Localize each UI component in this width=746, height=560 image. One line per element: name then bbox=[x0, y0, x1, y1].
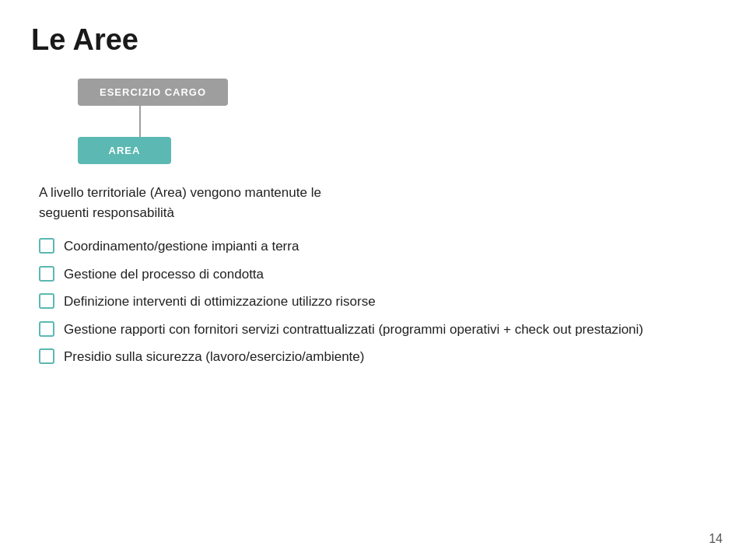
list-item: Definizione interventi di ottimizzazione… bbox=[39, 292, 715, 312]
bullet-text: Presidio sulla sicurezza (lavoro/eserciz… bbox=[64, 347, 364, 367]
list-item: Gestione rapporti con fornitori servizi … bbox=[39, 320, 715, 340]
bullet-text: Gestione rapporti con fornitori servizi … bbox=[64, 320, 643, 340]
content-section: A livello territoriale (Area) vengono ma… bbox=[31, 183, 715, 367]
bullet-icon bbox=[39, 293, 54, 309]
list-item: Gestione del processo di condotta bbox=[39, 264, 715, 285]
connector-line-top bbox=[139, 106, 141, 137]
bullet-list: Coordinamento/gestione impianti a terra … bbox=[39, 236, 715, 367]
bullet-icon bbox=[39, 321, 54, 337]
bullet-icon bbox=[39, 238, 54, 254]
list-item: Coordinamento/gestione impianti a terra bbox=[39, 236, 715, 257]
bullet-text: Definizione interventi di ottimizzazione… bbox=[64, 292, 376, 312]
bullet-text: Gestione del processo di condotta bbox=[64, 264, 264, 285]
list-item: Presidio sulla sicurezza (lavoro/eserciz… bbox=[39, 347, 715, 367]
intro-text: A livello territoriale (Area) vengono ma… bbox=[39, 183, 715, 222]
page-number: 14 bbox=[709, 532, 723, 546]
page-container: Le Aree ESERCIZIO CARGO AREA A livello t… bbox=[0, 0, 746, 560]
diagram-section: ESERCIZIO CARGO AREA bbox=[78, 79, 715, 164]
bullet-text: Coordinamento/gestione impianti a terra bbox=[64, 236, 299, 257]
bullet-icon bbox=[39, 266, 54, 282]
page-title: Le Aree bbox=[31, 23, 715, 57]
box-esercizio-cargo: ESERCIZIO CARGO bbox=[78, 79, 228, 106]
box-area: AREA bbox=[78, 137, 171, 164]
bullet-icon bbox=[39, 348, 54, 364]
